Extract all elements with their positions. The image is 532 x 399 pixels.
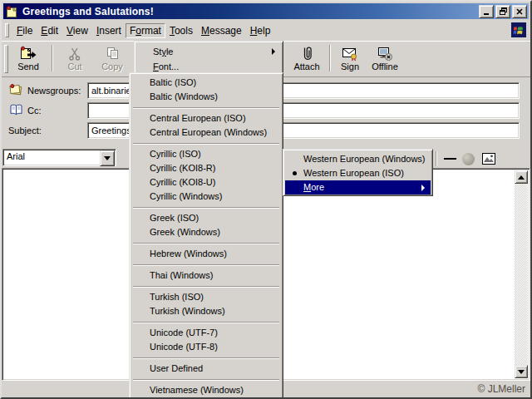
newsgroups-label: Newsgroups: — [27, 86, 81, 96]
menu-separator — [133, 322, 279, 323]
newsgroup-post-icon — [8, 83, 23, 96]
menu-message[interactable]: Message — [197, 23, 246, 38]
menu-tools[interactable]: Tools — [165, 23, 197, 38]
send-note-icon — [19, 45, 37, 62]
menu-separator — [133, 107, 279, 109]
cut-label: Cut — [67, 62, 81, 71]
toolbar-grip-handle[interactable] — [4, 45, 8, 73]
menu-bar: File Edit View Insert Format Tools Messa… — [3, 21, 529, 40]
menu-separator — [133, 379, 279, 381]
cc-label: Cc: — [27, 106, 42, 116]
menu-item-style[interactable]: Style — [136, 44, 281, 59]
paperclip-icon — [299, 45, 314, 62]
scissors-icon — [67, 45, 82, 62]
offline-button[interactable]: Offline — [366, 42, 404, 74]
horizontal-line-icon[interactable] — [444, 158, 456, 160]
minimize-button[interactable] — [479, 5, 494, 18]
news-message-icon — [5, 5, 18, 18]
envelope-seal-icon — [342, 45, 358, 62]
menu-item-encoding[interactable]: Central European (ISO) — [131, 111, 281, 126]
menu-separator — [133, 357, 279, 359]
menu-format[interactable]: Format — [126, 23, 165, 38]
font-name-combobox[interactable]: Arial — [2, 149, 116, 166]
menu-item-western-european-iso[interactable]: Western European (ISO) — [285, 166, 431, 180]
menu-item-western-european-windows[interactable]: Western European (Windows) — [285, 152, 431, 166]
submenu-arrow-icon — [272, 48, 275, 55]
menu-item-encoding[interactable]: Unicode (UTF-7) — [131, 326, 281, 340]
menu-insert[interactable]: Insert — [92, 23, 126, 38]
hyperlink-ball-icon[interactable] — [462, 153, 475, 165]
font-name-value: Arial — [7, 151, 25, 161]
menu-edit[interactable]: Edit — [37, 23, 62, 38]
scroll-up-button[interactable] — [515, 170, 528, 184]
credit-text: © JLMeller — [477, 383, 525, 395]
menu-separator — [133, 264, 279, 266]
sign-button[interactable]: Sign — [331, 42, 369, 74]
restore-icon — [500, 7, 507, 15]
encoding-more-menu: Baltic (ISO)Baltic (Windows)Central Euro… — [129, 72, 283, 399]
menu-item-encoding[interactable]: Thai (Windows) — [131, 268, 281, 283]
title-bar: Greetings and Salutations! — [3, 3, 529, 19]
menu-item-encoding[interactable]: Baltic (ISO) — [131, 76, 281, 90]
triangle-up-icon — [518, 175, 525, 180]
sign-label: Sign — [341, 62, 359, 71]
font-combo-dropdown-button[interactable] — [100, 150, 115, 166]
copy-pages-icon — [105, 45, 121, 62]
menu-item-encoding[interactable]: Turkish (Windows) — [131, 304, 281, 318]
minimize-icon — [484, 13, 489, 15]
encoding-submenu: Western European (Windows) Western Europ… — [283, 149, 433, 196]
toolbar-separator — [52, 45, 53, 71]
menu-item-encoding[interactable]: Central European (Windows) — [131, 126, 281, 140]
address-book-icon — [9, 103, 24, 116]
computer-offline-icon — [377, 45, 393, 62]
menu-item-encoding[interactable]: Cyrillic (Windows) — [131, 190, 281, 204]
menu-item-encoding[interactable]: Cyrillic (ISO) — [131, 147, 281, 161]
menu-item-encoding[interactable]: Greek (Windows) — [131, 225, 281, 239]
cut-button[interactable]: Cut — [56, 42, 94, 74]
menu-item-encoding[interactable]: User Defined — [131, 362, 281, 376]
chevron-down-icon — [104, 156, 111, 160]
selected-bullet-icon — [293, 171, 297, 175]
send-button[interactable]: Send — [9, 42, 47, 74]
menu-item-encoding[interactable]: Cyrillic (KOI8-U) — [131, 175, 281, 190]
message-compose-window: Greetings and Salutations! File Edit Vie… — [0, 0, 532, 399]
triangle-down-icon — [518, 370, 525, 374]
menubar-grip-handle[interactable] — [5, 23, 9, 37]
menu-file[interactable]: File — [12, 23, 37, 38]
vertical-scrollbar[interactable] — [515, 170, 528, 378]
close-icon — [516, 8, 523, 15]
menu-separator — [133, 243, 279, 244]
submenu-arrow-icon — [421, 185, 425, 191]
copy-button[interactable]: Copy — [93, 42, 131, 74]
windows-logo-icon — [511, 22, 526, 37]
menu-view[interactable]: View — [62, 23, 92, 38]
attach-button[interactable]: Attach — [286, 42, 328, 74]
menu-item-encoding[interactable]: Unicode (UTF-8) — [131, 340, 281, 354]
menu-item-encoding[interactable]: Cyrillic (KOI8-R) — [131, 161, 281, 175]
menu-item-encoding[interactable]: Greek (ISO) — [131, 211, 281, 225]
scroll-down-button[interactable] — [515, 365, 528, 378]
attach-label: Attach — [293, 62, 319, 71]
insert-picture-icon[interactable] — [482, 153, 495, 165]
copy-label: Copy — [101, 62, 123, 71]
menu-item-more[interactable]: More — [285, 180, 431, 195]
window-title: Greetings and Salutations! — [22, 6, 479, 17]
menu-item-encoding[interactable]: Baltic (Windows) — [131, 90, 281, 104]
formatting-separator — [436, 151, 437, 166]
send-label: Send — [17, 62, 39, 71]
menu-item-encoding[interactable]: Hebrew (Windows) — [131, 247, 281, 261]
menu-item-encoding[interactable]: Turkish (ISO) — [131, 290, 281, 304]
close-button[interactable] — [512, 5, 527, 18]
subject-label: Subject: — [8, 126, 42, 135]
menu-help[interactable]: Help — [246, 23, 275, 38]
offline-label: Offline — [372, 62, 398, 71]
menu-separator — [133, 286, 279, 288]
menu-separator — [133, 207, 279, 209]
menu-item-encoding[interactable]: Vietnamese (Windows) — [131, 383, 281, 397]
restore-button[interactable] — [495, 5, 510, 18]
menu-separator — [133, 143, 279, 145]
